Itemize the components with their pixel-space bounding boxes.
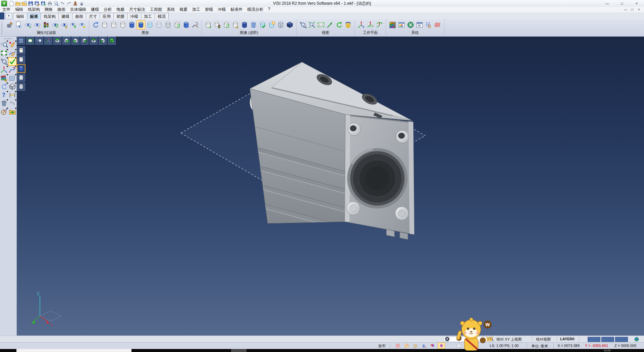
view-left-icon[interactable] [71,37,79,45]
menu-item-0[interactable]: 文件 [0,7,13,12]
layer-color-swatch-0[interactable] [588,337,600,342]
view-bottom-icon[interactable] [99,37,107,45]
pin-toggle[interactable]: 拴牢 [378,344,386,349]
show-all-icon[interactable] [69,20,78,30]
refresh-view-icon[interactable] [335,20,343,30]
toolbar-grip[interactable] [4,38,12,39]
assistant-badge[interactable]: A [445,337,449,341]
move-axes-icon[interactable] [0,66,8,74]
menu-item-2[interactable]: 线架构 [25,7,42,12]
open-file-icon[interactable] [15,1,21,6]
attributes-books-icon[interactable] [0,75,8,82]
edit-curve-icon[interactable] [9,49,16,57]
print-preview-icon[interactable] [53,1,59,6]
help-icon[interactable]: ? [0,91,8,99]
wireframe-cylinder-3-icon[interactable] [118,20,127,30]
tab-0[interactable]: 编辑 [13,13,27,19]
tab-5[interactable]: 尺寸 [86,13,100,19]
hatched-cylinder-icon[interactable] [164,20,172,30]
color-palette-icon[interactable] [388,20,397,30]
pick-mode-icon[interactable] [403,343,410,349]
tab-3[interactable]: 建模 [58,13,72,19]
menu-item-13[interactable]: 加工 [190,7,203,12]
snap-grid-icon[interactable] [424,20,433,30]
display-shaded-icon[interactable] [17,64,25,73]
minimize-button[interactable]: — [600,0,614,7]
taskbar-item[interactable] [231,349,247,352]
ghost-cylinder-icon[interactable] [155,20,163,30]
translucent-cylinder-icon[interactable] [146,20,154,30]
layer-indicator[interactable]: LAYER0 [560,337,574,341]
grid-window-icon[interactable] [9,75,16,82]
zoom-previous-icon[interactable] [35,37,43,45]
refresh-visibility-icon[interactable] [51,20,60,30]
zoom-extents-icon[interactable] [326,20,334,30]
add-image-icon[interactable]: + [204,20,213,30]
glove-icon[interactable] [447,343,453,349]
menu-item-12[interactable]: 视窗 [177,7,190,12]
cad-model[interactable] [250,62,414,239]
menu-item-3[interactable]: 网格 [42,7,55,12]
system-colors-icon[interactable] [397,20,406,30]
menu-item-10[interactable]: 工程图 [148,7,164,12]
dark-solid-icon[interactable] [240,20,249,30]
render-view-icon[interactable] [344,20,353,30]
grid-settings-icon[interactable] [433,20,442,30]
view-plane-icon[interactable] [0,49,8,57]
zoom-dynamic-icon[interactable]: ± [0,58,8,65]
workplane-rotate-icon[interactable] [375,20,384,30]
view-right-icon[interactable] [80,37,89,45]
solid-cube-icon[interactable] [285,20,294,30]
measure-icon[interactable] [9,91,16,99]
tab-1[interactable]: 标准 [27,13,41,19]
mdi-minimize-button[interactable]: — [622,8,629,11]
absolute-view-label[interactable]: 绝对视图 [536,337,551,342]
menu-item-1[interactable]: 编辑 [13,7,25,12]
tab-7[interactable]: 塑膜 [113,13,127,19]
solid-box-icon[interactable] [9,83,16,90]
scene-canvas[interactable]: Z x [17,36,644,336]
menu-item-11[interactable]: 系统 [164,7,177,12]
open-part-icon[interactable] [21,1,27,6]
settings-window-icon[interactable] [415,20,424,30]
redraw-icon[interactable] [91,20,100,30]
open-model-icon[interactable] [9,108,16,116]
navigate-icon[interactable] [0,108,8,116]
globe-icon[interactable] [634,337,639,342]
assist-icon[interactable]: 2 [421,343,427,349]
menu-item-8[interactable]: 电极 [114,7,127,12]
mdi-restore-button[interactable]: □ [629,8,636,11]
workplane-icon[interactable] [357,20,366,30]
menu-item-16[interactable]: 标准件 [228,7,245,12]
hide-entities-icon[interactable]: - [33,20,42,30]
attributes-document-eye-icon[interactable] [15,20,23,30]
menu-item-14[interactable]: 塑模 [203,7,215,12]
mdi-close-button[interactable]: × [636,8,642,11]
layer-color-swatch-1[interactable] [601,337,614,342]
tab-4[interactable]: 曲面 [72,13,86,19]
viewport-menu-icon[interactable] [17,37,25,45]
tab-8[interactable]: 冲模 [127,13,141,19]
undo-arrow-icon[interactable] [9,100,16,107]
view-front-icon[interactable] [62,37,70,45]
image-filter-icon[interactable] [213,20,222,30]
wireframe-cylinder-icon[interactable] [100,20,109,30]
filter-traffic-icon[interactable] [42,20,51,30]
refresh-image-icon[interactable] [222,20,231,30]
confirm-icon[interactable] [9,58,16,65]
menu-item-17[interactable]: 模流分析 [245,7,266,12]
show-entities-icon[interactable]: + [24,20,33,30]
save-as-icon[interactable] [34,1,40,6]
zoom-1to1-icon[interactable]: 1:1 [317,20,325,30]
toggle-image-icon[interactable]: ± [231,20,240,30]
view-lock-label[interactable]: 绝对 XY 上视图 [496,337,522,342]
close-button[interactable]: × [629,0,644,7]
shaded-cylinder-icon[interactable] [127,20,136,30]
tab-6[interactable]: 应用 [100,13,114,19]
viewport-3d[interactable]: Z x [17,36,644,336]
menu-item-9[interactable]: 尺寸标注 [127,7,148,12]
options-icon[interactable] [406,20,415,30]
save-icon[interactable] [28,1,34,6]
display-wireframe-icon[interactable] [17,46,25,54]
zoom-previous-icon[interactable] [0,41,8,48]
